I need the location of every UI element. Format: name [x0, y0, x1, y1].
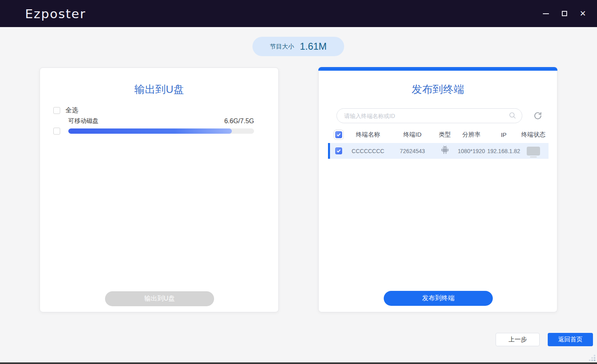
minimize-icon — [543, 13, 549, 14]
window-bottom-edge — [0, 362, 597, 364]
usb-panel-title: 输出到U盘 — [40, 82, 278, 97]
maximize-button[interactable] — [555, 4, 574, 23]
search-icon[interactable] — [509, 112, 517, 121]
program-size-value: 1.61M — [300, 41, 327, 52]
minimize-button[interactable] — [536, 4, 555, 23]
terminal-type-cell — [436, 145, 454, 157]
select-all-checkbox[interactable] — [53, 107, 60, 114]
app-logo: Ezposter — [25, 6, 86, 21]
terminal-publish-panel: 发布到终端 — [318, 67, 557, 312]
android-icon — [440, 145, 450, 157]
previous-step-button[interactable]: 上一步 — [496, 333, 540, 346]
disk-checkbox[interactable] — [53, 128, 60, 135]
close-button[interactable]: ✕ — [574, 4, 592, 23]
output-to-usb-button[interactable]: 输出到U盘 — [105, 291, 214, 306]
terminal-name-cell: CCCCCCCC — [347, 148, 389, 154]
refresh-icon[interactable] — [533, 111, 542, 120]
terminal-panel-title: 发布到终端 — [319, 82, 557, 97]
window-controls: ✕ — [536, 4, 592, 23]
terminal-resolution-cell: 1080*1920 — [454, 148, 489, 154]
disk-info-line: 可移动磁盘 6.6G/7.5G — [53, 117, 254, 125]
terminal-status-offline-icon — [527, 147, 540, 156]
select-all-row: 全选 — [53, 106, 78, 115]
search-box — [336, 108, 522, 123]
close-icon: ✕ — [580, 10, 586, 17]
usb-output-panel: 输出到U盘 全选 可移动磁盘 6.6G/7.5G 输出到U盘 — [40, 67, 279, 312]
header-checkbox-cell — [330, 131, 347, 138]
resize-grip[interactable] — [594, 360, 595, 361]
disk-progress-track — [68, 128, 254, 134]
row-checkbox[interactable] — [335, 147, 342, 154]
header-select-all-checkbox[interactable] — [335, 131, 342, 138]
disk-progress-fill — [68, 128, 232, 134]
column-header-type: 类型 — [436, 131, 454, 139]
column-header-terminal-id: 终端ID — [389, 131, 436, 139]
program-size-badge: 节目大小 1.61M — [252, 37, 344, 56]
column-header-ip: IP — [489, 131, 518, 138]
terminal-ip-cell: 192.168.1.82 — [489, 148, 518, 154]
column-header-status: 终端状态 — [518, 131, 549, 139]
disk-name: 可移动磁盘 — [68, 117, 99, 125]
terminal-search-input[interactable] — [336, 108, 522, 123]
terminal-table: 终端名称 终端ID 类型 分辨率 IP 终端状态 CCCCCCCC 726245… — [328, 128, 549, 159]
disk-usage: 6.6G/7.5G — [224, 118, 254, 125]
terminal-id-cell: 72624543 — [389, 148, 436, 154]
app-window: Ezposter ✕ 节目大小 1.61M 输出到U盘 全选 可移动磁盘 — [0, 0, 597, 364]
disk-bar-row — [53, 128, 254, 135]
program-size-label: 节目大小 — [270, 43, 294, 50]
maximize-icon — [562, 11, 567, 16]
column-header-terminal-name: 终端名称 — [347, 131, 389, 139]
select-all-label: 全选 — [65, 106, 78, 115]
titlebar: Ezposter ✕ — [0, 0, 597, 27]
terminal-search-row — [336, 108, 548, 123]
terminal-table-header: 终端名称 终端ID 类型 分辨率 IP 终端状态 — [328, 128, 549, 141]
publish-to-terminal-button[interactable]: 发布到终端 — [384, 291, 493, 306]
removable-disk-item: 可移动磁盘 6.6G/7.5G — [53, 117, 254, 135]
panel-accent-strip — [318, 67, 557, 71]
return-home-button[interactable]: 返回首页 — [548, 333, 593, 346]
column-header-resolution: 分辨率 — [454, 131, 489, 139]
terminal-table-row[interactable]: CCCCCCCC 72624543 — [328, 143, 549, 159]
terminal-status-cell — [518, 147, 549, 156]
row-checkbox-cell — [330, 147, 347, 154]
